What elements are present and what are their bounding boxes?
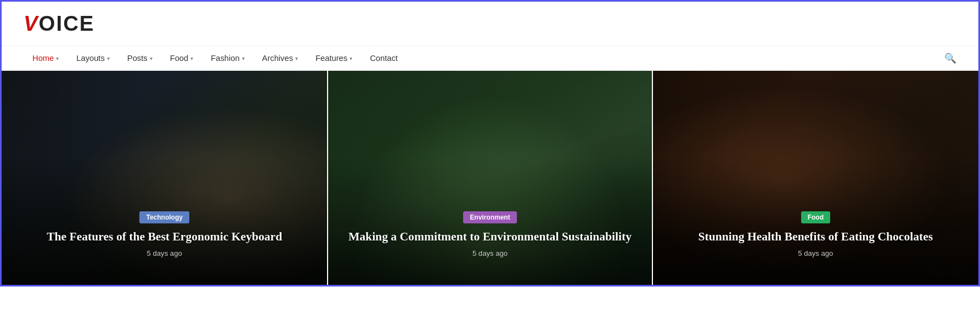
nav-item-archives[interactable]: Archives ▾ <box>254 46 307 70</box>
nav-links: Home ▾ Layouts ▾ Posts ▾ Food ▾ Fashion <box>24 46 407 70</box>
card-date: 5 days ago <box>339 249 640 257</box>
nav-item-posts[interactable]: Posts ▾ <box>119 46 161 70</box>
nav-label-posts: Posts <box>127 54 148 63</box>
site-logo[interactable]: VOICE <box>24 12 94 36</box>
nav-label-layouts: Layouts <box>76 54 105 63</box>
chevron-down-icon: ▾ <box>56 55 59 61</box>
chevron-down-icon: ▾ <box>190 55 193 61</box>
logo-v: V <box>24 12 39 35</box>
nav-label-contact: Contact <box>370 54 398 63</box>
nav-link-food[interactable]: Food ▾ <box>161 46 202 70</box>
hero-card-technology[interactable]: Technology The Features of the Best Ergo… <box>2 71 327 285</box>
chevron-down-icon: ▾ <box>242 55 245 61</box>
chevron-down-icon: ▾ <box>107 55 110 61</box>
hero-grid: Technology The Features of the Best Ergo… <box>2 71 978 285</box>
nav-item-food[interactable]: Food ▾ <box>161 46 202 70</box>
nav-item-home[interactable]: Home ▾ <box>24 46 67 70</box>
nav-item-features[interactable]: Features ▾ <box>307 46 361 70</box>
logo-text: OICE <box>39 12 95 35</box>
chevron-down-icon: ▾ <box>350 55 352 61</box>
card-content: Environment Making a Commitment to Envir… <box>328 211 651 257</box>
nav-link-home[interactable]: Home ▾ <box>24 46 67 70</box>
nav-label-archives: Archives <box>262 54 293 63</box>
nav-item-contact[interactable]: Contact <box>361 46 407 70</box>
category-badge[interactable]: Food <box>801 211 830 223</box>
nav-link-archives[interactable]: Archives ▾ <box>254 46 307 70</box>
category-badge[interactable]: Technology <box>139 211 189 223</box>
nav-item-layouts[interactable]: Layouts ▾ <box>67 46 119 70</box>
nav-link-fashion[interactable]: Fashion ▾ <box>202 46 253 70</box>
card-content: Food Stunning Health Benefits of Eating … <box>653 211 978 257</box>
card-title: Stunning Health Benefits of Eating Choco… <box>664 229 967 245</box>
nav-label-fashion: Fashion <box>211 54 239 63</box>
card-content: Technology The Features of the Best Ergo… <box>2 211 327 257</box>
main-nav: Home ▾ Layouts ▾ Posts ▾ Food ▾ Fashion <box>2 46 978 71</box>
card-title: Making a Commitment to Environmental Sus… <box>339 229 640 245</box>
search-icon[interactable]: 🔍 <box>944 53 956 64</box>
card-date: 5 days ago <box>664 249 967 257</box>
nav-link-posts[interactable]: Posts ▾ <box>119 46 161 70</box>
nav-label-features: Features <box>316 54 347 63</box>
nav-item-fashion[interactable]: Fashion ▾ <box>202 46 253 70</box>
nav-link-contact[interactable]: Contact <box>361 46 407 70</box>
nav-label-food: Food <box>170 54 189 63</box>
card-date: 5 days ago <box>13 249 316 257</box>
site-header: VOICE <box>2 2 978 46</box>
nav-link-layouts[interactable]: Layouts ▾ <box>67 46 119 70</box>
card-title: The Features of the Best Ergonomic Keybo… <box>13 229 316 245</box>
nav-link-features[interactable]: Features ▾ <box>307 46 361 70</box>
category-badge[interactable]: Environment <box>463 211 516 223</box>
chevron-down-icon: ▾ <box>150 55 153 61</box>
hero-card-environment[interactable]: Environment Making a Commitment to Envir… <box>327 71 652 285</box>
nav-label-home: Home <box>32 54 54 63</box>
chevron-down-icon: ▾ <box>295 55 298 61</box>
hero-card-food[interactable]: Food Stunning Health Benefits of Eating … <box>653 71 978 285</box>
